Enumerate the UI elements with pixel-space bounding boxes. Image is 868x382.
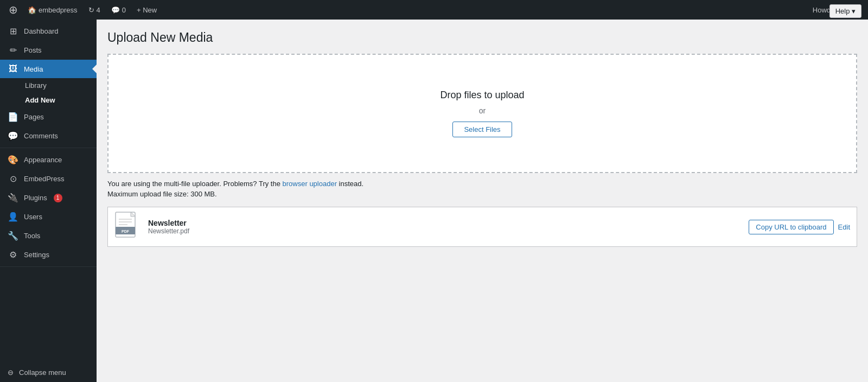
sidebar-item-pages[interactable]: 📄 Pages bbox=[0, 107, 97, 126]
file-name: Newsletter bbox=[148, 219, 741, 227]
sidebar-item-posts[interactable]: ✏ Posts bbox=[0, 41, 97, 60]
file-icon-wrap: PDF bbox=[114, 212, 141, 242]
select-files-button[interactable]: Select Files bbox=[452, 122, 512, 137]
file-actions: Copy URL to clipboard Edit bbox=[749, 220, 850, 234]
pages-icon: 📄 bbox=[8, 112, 18, 122]
sidebar-subitem-library[interactable]: Library bbox=[0, 78, 97, 93]
appearance-icon: 🎨 bbox=[8, 155, 18, 165]
plugins-badge: 1 bbox=[54, 194, 62, 202]
posts-icon: ✏ bbox=[8, 45, 18, 55]
updates-icon: ↻ bbox=[88, 6, 94, 14]
comments-menu-icon: 💬 bbox=[8, 131, 18, 141]
home-icon: 🏠 bbox=[28, 6, 36, 14]
copy-url-button[interactable]: Copy URL to clipboard bbox=[749, 220, 833, 234]
menu-separator-2 bbox=[0, 266, 97, 267]
sidebar-item-media[interactable]: 🖼 Media bbox=[0, 60, 97, 78]
sidebar-item-comments[interactable]: 💬 Comments bbox=[0, 126, 97, 145]
sidebar-item-tools[interactable]: 🔧 Tools bbox=[0, 226, 97, 245]
sidebar-item-plugins[interactable]: 🔌 Plugins 1 bbox=[0, 188, 97, 207]
adminbar-comments[interactable]: 💬 0 bbox=[106, 0, 131, 20]
adminbar-new[interactable]: + New bbox=[131, 0, 162, 20]
sidebar-item-dashboard[interactable]: ⊞ Dashboard bbox=[0, 22, 97, 41]
sidebar-item-settings[interactable]: ⚙ Settings bbox=[0, 245, 97, 264]
media-icon: 🖼 bbox=[8, 64, 18, 74]
active-arrow bbox=[92, 65, 97, 73]
adminbar-updates[interactable]: ↻ 4 bbox=[83, 0, 106, 20]
upload-dropzone[interactable]: Drop files to upload or Select Files bbox=[107, 54, 857, 173]
upload-or-text: or bbox=[479, 106, 486, 115]
adminbar-site-name[interactable]: 🏠 embedpress bbox=[22, 0, 83, 20]
menu-separator-1 bbox=[0, 148, 97, 148]
dashboard-icon: ⊞ bbox=[8, 26, 18, 36]
settings-icon: ⚙ bbox=[8, 250, 18, 260]
tools-icon: 🔧 bbox=[8, 231, 18, 241]
file-filename: Newsletter.pdf bbox=[148, 227, 741, 235]
sidebar-item-appearance[interactable]: 🎨 Appearance bbox=[0, 150, 97, 169]
plugins-icon: 🔌 bbox=[8, 193, 18, 203]
users-icon: 👤 bbox=[8, 212, 18, 222]
max-upload-size: Maximum upload file size: 300 MB. bbox=[107, 190, 857, 198]
sidebar-item-embedpress[interactable]: ⊙ EmbedPress bbox=[0, 169, 97, 188]
embedpress-icon: ⊙ bbox=[8, 174, 18, 184]
collapse-menu-button[interactable]: ⊖ Collapse menu bbox=[0, 363, 97, 382]
edit-file-link[interactable]: Edit bbox=[838, 223, 850, 231]
svg-text:PDF: PDF bbox=[122, 230, 130, 233]
sidebar-item-users[interactable]: 👤 Users bbox=[0, 207, 97, 226]
file-info: Newsletter Newsletter.pdf bbox=[148, 219, 741, 235]
pdf-file-icon: PDF bbox=[114, 212, 141, 242]
comments-icon: 💬 bbox=[111, 6, 120, 14]
help-button[interactable]: Help ▾ bbox=[829, 4, 861, 18]
page-title: Upload New Media bbox=[107, 30, 857, 45]
sidebar-subitem-add-new[interactable]: Add New bbox=[0, 93, 97, 107]
main-content: Upload New Media Drop files to upload or… bbox=[97, 20, 868, 382]
sidebar: ⊞ Dashboard ✏ Posts 🖼 Media Library Add … bbox=[0, 20, 97, 382]
uploader-info: You are using the multi-file uploader. P… bbox=[107, 180, 857, 188]
drop-files-text: Drop files to upload bbox=[440, 90, 524, 101]
collapse-icon: ⊖ bbox=[8, 368, 14, 377]
browser-uploader-link[interactable]: browser uploader bbox=[283, 180, 337, 188]
admin-bar: ⊕ 🏠 embedpress ↻ 4 💬 0 + New Howdy, Admi… bbox=[0, 0, 868, 20]
wp-logo-icon[interactable]: ⊕ bbox=[4, 3, 22, 16]
uploaded-file-row: PDF Newsletter Newsletter.pdf Copy URL t… bbox=[107, 207, 857, 247]
